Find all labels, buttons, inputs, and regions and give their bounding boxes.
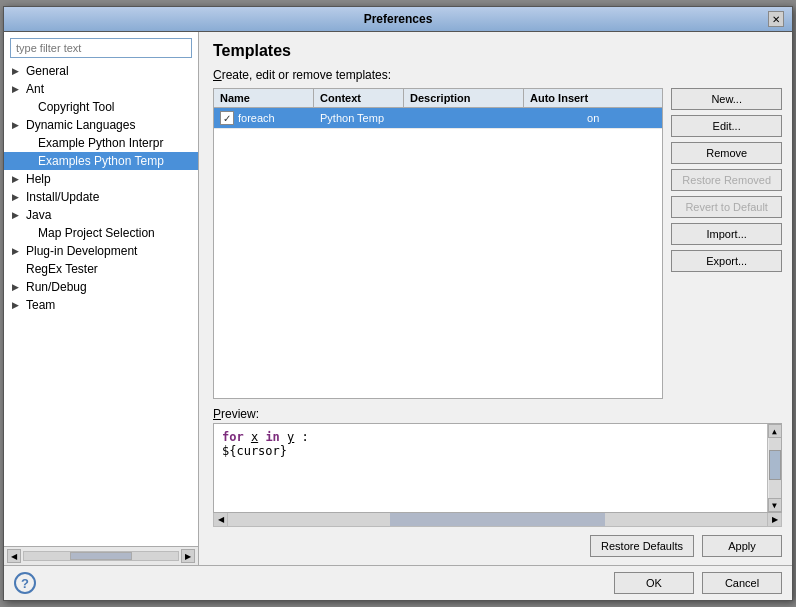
preview-container: for x in y : ${cursor} (213, 423, 782, 527)
sidebar-item-ant[interactable]: ▶ Ant (4, 80, 198, 98)
sidebar-item-copyright-tool[interactable]: Copyright Tool (4, 98, 198, 116)
new-button[interactable]: New... (671, 88, 782, 110)
templates-description: Create, edit or remove templates: (213, 68, 782, 82)
sidebar-item-label-ant: Ant (26, 82, 44, 96)
cancel-button[interactable]: Cancel (702, 572, 782, 594)
col-header-desc: Description (404, 89, 524, 107)
preferences-dialog: Preferences ✕ ▶ General ▶ Ant (3, 6, 793, 601)
sidebar-item-example-python-interp[interactable]: Example Python Interpr (4, 134, 198, 152)
td-desc (404, 115, 524, 121)
filter-input[interactable] (10, 38, 192, 58)
sidebar-item-java[interactable]: ▶ Java (4, 206, 198, 224)
footer-right: OK Cancel (614, 572, 782, 594)
sidebar-scroll-thumb (70, 552, 132, 560)
preview-keyword-in: in (265, 430, 279, 444)
preview-scrollbar-horizontal[interactable]: ◀ ▶ (213, 513, 782, 527)
restore-defaults-button[interactable]: Restore Defaults (590, 535, 694, 557)
sidebar-item-label-general: General (26, 64, 69, 78)
dialog-title: Preferences (28, 12, 768, 26)
preview-scrollbar-vertical[interactable]: ▲ ▼ (767, 424, 781, 512)
preview-var-y: y (287, 430, 294, 444)
preview-scroll-left[interactable]: ◀ (214, 513, 228, 526)
ok-button[interactable]: OK (614, 572, 694, 594)
help-button[interactable]: ? (14, 572, 36, 594)
full-content: Name Context Description Auto Insert ✓ f… (213, 88, 782, 565)
defaults-apply-row: Restore Defaults Apply (213, 535, 782, 565)
col-header-name: Name (214, 89, 314, 107)
td-name: ✓ foreach (214, 108, 314, 128)
export-button[interactable]: Export... (671, 250, 782, 272)
sidebar-item-examples-python-temp[interactable]: Examples Python Temp (4, 152, 198, 170)
expand-arrow-ant: ▶ (12, 84, 22, 94)
sidebar-item-label-examplestemp: Examples Python Temp (38, 154, 164, 168)
revert-default-button[interactable]: Revert to Default (671, 196, 782, 218)
preview-line2: ${cursor} (222, 444, 773, 458)
templates-table: Name Context Description Auto Insert ✓ f… (213, 88, 663, 399)
preview-scroll-down[interactable]: ▼ (768, 498, 782, 512)
preview-scroll-htrack[interactable] (228, 513, 767, 526)
footer-left: ? (14, 572, 36, 594)
sidebar-item-label-run: Run/Debug (26, 280, 87, 294)
sidebar: ▶ General ▶ Ant Copyright Tool ▶ Dynamic… (4, 32, 199, 565)
dialog-footer: ? OK Cancel (4, 565, 792, 600)
table-header: Name Context Description Auto Insert (214, 89, 662, 108)
preview-section: Preview: for x in y (213, 407, 782, 565)
td-context: Python Temp (314, 109, 404, 127)
main-title: Templates (213, 42, 782, 60)
preview-scroll-up[interactable]: ▲ (768, 424, 782, 438)
expand-arrow-install: ▶ (12, 192, 22, 202)
preview-label: Preview: (213, 407, 782, 421)
sidebar-item-install-update[interactable]: ▶ Install/Update (4, 188, 198, 206)
sidebar-item-label-dynamic: Dynamic Languages (26, 118, 135, 132)
row-checkbox[interactable]: ✓ (220, 111, 234, 125)
preview-scroll-hthumb (390, 513, 606, 526)
remove-button[interactable]: Remove (671, 142, 782, 164)
sidebar-item-plugin[interactable]: ▶ Plug-in Development (4, 242, 198, 260)
preview-underline: P (213, 407, 221, 421)
expand-arrow-general: ▶ (12, 66, 22, 76)
sidebar-item-general[interactable]: ▶ General (4, 62, 198, 80)
preview-scroll-track[interactable] (769, 438, 781, 498)
sidebar-item-label-map: Map Project Selection (38, 226, 155, 240)
preview-keyword-for: for (222, 430, 244, 444)
sidebar-item-label-plugin: Plug-in Development (26, 244, 137, 258)
buttons-section: New... Edit... Remove Restore Removed Re… (671, 88, 782, 399)
restore-removed-button[interactable]: Restore Removed (671, 169, 782, 191)
sidebar-item-run-debug[interactable]: ▶ Run/Debug (4, 278, 198, 296)
apply-button[interactable]: Apply (702, 535, 782, 557)
sidebar-item-label-examplepy: Example Python Interpr (38, 136, 163, 150)
sidebar-item-regex[interactable]: RegEx Tester (4, 260, 198, 278)
sidebar-item-team[interactable]: ▶ Team (4, 296, 198, 314)
desc-underline: C (213, 68, 222, 82)
sidebar-scroll-left[interactable]: ◀ (7, 549, 21, 563)
edit-button[interactable]: Edit... (671, 115, 782, 137)
sidebar-scroll-track[interactable] (23, 551, 179, 561)
sidebar-item-label-copyright: Copyright Tool (38, 100, 115, 114)
sidebar-item-label-java: Java (26, 208, 51, 222)
sidebar-item-label-install: Install/Update (26, 190, 99, 204)
expand-arrow-java: ▶ (12, 210, 22, 220)
sidebar-item-dynamic-languages[interactable]: ▶ Dynamic Languages (4, 116, 198, 134)
expand-arrow-team: ▶ (12, 300, 22, 310)
expand-arrow-dynamic: ▶ (12, 120, 22, 130)
col-header-auto: Auto Insert (524, 89, 662, 107)
import-button[interactable]: Import... (671, 223, 782, 245)
sidebar-item-label-regex: RegEx Tester (26, 262, 98, 276)
sidebar-item-label-help: Help (26, 172, 51, 186)
preview-line1: for x in y : (222, 430, 773, 444)
sidebar-item-help[interactable]: ▶ Help (4, 170, 198, 188)
row-name: foreach (238, 112, 275, 124)
preview-scroll-right[interactable]: ▶ (767, 513, 781, 526)
col-header-context: Context (314, 89, 404, 107)
preview-scroll-thumb (769, 450, 781, 480)
sidebar-item-map-project[interactable]: Map Project Selection (4, 224, 198, 242)
middle-area: Name Context Description Auto Insert ✓ f… (213, 88, 782, 399)
sidebar-scroll-right[interactable]: ▶ (181, 549, 195, 563)
sidebar-scrollbar[interactable]: ◀ ▶ (4, 546, 198, 565)
title-bar: Preferences ✕ (4, 7, 792, 32)
table-row[interactable]: ✓ foreach Python Temp on (214, 108, 662, 129)
close-button[interactable]: ✕ (768, 11, 784, 27)
main-panel: Templates Create, edit or remove templat… (199, 32, 792, 565)
sidebar-tree: ▶ General ▶ Ant Copyright Tool ▶ Dynamic… (4, 62, 198, 546)
expand-arrow-help: ▶ (12, 174, 22, 184)
